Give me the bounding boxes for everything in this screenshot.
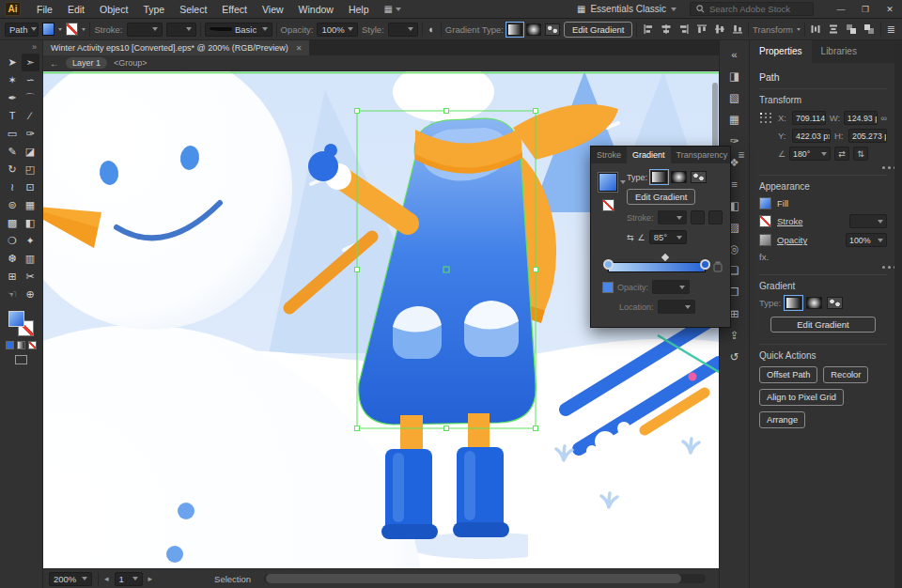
tab-libraries[interactable]: Libraries <box>812 40 866 63</box>
color-panel-icon[interactable]: ◨ <box>723 66 746 87</box>
workspace-switcher[interactable]: ▦Essentials Classic <box>577 4 676 14</box>
transform-label[interactable]: Transform <box>753 24 793 35</box>
column-graph-tool[interactable]: ▥ <box>22 250 39 268</box>
gradient-stop-left[interactable] <box>603 259 614 270</box>
restore-button[interactable]: ❐ <box>853 0 878 19</box>
tab-transparency[interactable]: Transparency <box>671 147 734 163</box>
shape-builder-tool[interactable]: ⊚ <box>4 196 22 214</box>
eyedropper-tool[interactable]: ❍ <box>4 232 22 250</box>
stock-search-input[interactable] <box>709 4 807 14</box>
align-left-icon[interactable] <box>641 22 655 37</box>
selection-handle[interactable] <box>534 268 538 272</box>
selection-handle[interactable] <box>534 426 538 431</box>
perspective-grid-tool[interactable]: ▦ <box>22 196 39 214</box>
distribute-horizontal-icon[interactable] <box>809 22 823 37</box>
menu-item-file[interactable]: File <box>29 0 60 19</box>
align-right-icon[interactable] <box>676 22 691 37</box>
control-bar-menu-icon[interactable]: ≣ <box>885 23 897 36</box>
menu-item-edit[interactable]: Edit <box>60 0 92 19</box>
history-panel-icon[interactable]: ↺ <box>723 347 746 368</box>
close-button[interactable]: ✕ <box>878 0 902 19</box>
width-tool[interactable]: ≀ <box>4 178 22 196</box>
next-artboard-icon[interactable]: ▸ <box>148 574 153 583</box>
menu-item-select[interactable]: Select <box>172 0 214 19</box>
horizontal-scrollbar-thumb[interactable] <box>266 574 681 583</box>
rotate-tool[interactable]: ↻ <box>4 161 22 178</box>
tab-close-icon[interactable]: ✕ <box>296 44 303 53</box>
appearance-more-icon[interactable] <box>882 266 885 269</box>
opacity-link[interactable]: Opacity <box>777 235 807 245</box>
stroke-link[interactable]: Stroke <box>777 216 802 226</box>
lasso-tool[interactable]: ∽ <box>22 71 39 89</box>
arrange-bring-forward-icon[interactable] <box>845 22 859 37</box>
radial-gradient-button[interactable] <box>806 297 822 309</box>
selection-handle[interactable] <box>355 268 360 272</box>
edit-gradient-button-panel[interactable]: Edit Gradient <box>770 317 876 333</box>
gradient-slider[interactable] <box>602 254 723 278</box>
tab-properties[interactable]: Properties <box>750 40 812 63</box>
recolor-button[interactable]: Recolor <box>823 366 868 383</box>
freeform-gradient-button[interactable] <box>827 297 843 309</box>
menu-item-type[interactable]: Type <box>135 0 172 19</box>
fill-swatch[interactable] <box>42 23 54 36</box>
pencil-tool[interactable]: ✎ <box>4 143 22 161</box>
stroke-weight-field[interactable] <box>849 214 887 228</box>
arrange-button[interactable]: Arrange <box>759 411 805 428</box>
gradient-swatch-caret-icon[interactable] <box>620 180 626 184</box>
reverse-gradient-icon[interactable]: ⇆ <box>627 233 634 242</box>
rectangle-tool[interactable]: ▭ <box>4 125 22 143</box>
opacity-dropdown[interactable]: 100% <box>317 23 358 37</box>
menu-item-help[interactable]: Help <box>341 0 377 19</box>
fill-caret-icon[interactable] <box>58 28 62 31</box>
fx-button[interactable]: fx. <box>759 252 887 262</box>
radial-gradient-icon[interactable] <box>526 23 541 36</box>
menu-item-window[interactable]: Window <box>291 0 341 19</box>
selection-handle[interactable] <box>355 109 360 114</box>
freeform-gradient-icon[interactable] <box>545 23 560 36</box>
opacity-field[interactable]: 100% <box>846 233 887 247</box>
gradient-stop-right[interactable] <box>700 259 710 270</box>
artboard-tool[interactable]: ⊞ <box>4 268 22 286</box>
selection-handle[interactable] <box>355 426 360 431</box>
expand-panels-icon[interactable]: « <box>723 44 746 66</box>
align-top-icon[interactable] <box>694 22 708 37</box>
menu-item-object[interactable]: Object <box>92 0 135 19</box>
rotation-field[interactable]: 180° <box>789 147 831 161</box>
linear-gradient-icon[interactable] <box>507 23 522 36</box>
align-middle-vertical-icon[interactable] <box>712 22 726 37</box>
offset-path-button[interactable]: Offset Path <box>759 366 817 383</box>
flip-horizontal-button[interactable]: ⇄ <box>834 147 849 161</box>
artboard-field[interactable]: 1 <box>115 572 143 586</box>
mesh-tool[interactable]: ▩ <box>4 214 22 232</box>
selection-type-dropdown[interactable]: Path <box>5 23 39 37</box>
distribute-vertical-icon[interactable] <box>827 22 841 37</box>
asset-export-panel-icon[interactable]: ⇪ <box>723 325 746 347</box>
linear-gradient-button[interactable] <box>785 297 801 309</box>
type-tool[interactable]: T <box>4 107 22 125</box>
align-center-horizontal-icon[interactable] <box>659 22 673 37</box>
y-field[interactable]: 422.03 px <box>792 129 831 143</box>
zoom-tool[interactable]: ⊕ <box>22 286 39 303</box>
gradient-stroke-swatch[interactable] <box>602 199 614 211</box>
appearance-stroke-swatch[interactable] <box>759 215 771 227</box>
w-field[interactable]: 124.93 px <box>844 111 878 125</box>
minimize-button[interactable]: — <box>829 0 853 19</box>
screen-mode-button[interactable] <box>15 355 27 364</box>
gradient-mode-button[interactable] <box>17 341 25 349</box>
swatches-panel-icon[interactable]: ▦ <box>723 109 746 131</box>
recolor-artwork-icon[interactable]: ◐ <box>427 23 437 35</box>
magic-wand-tool[interactable]: ✶ <box>4 71 22 89</box>
slice-tool[interactable]: ✂ <box>22 268 39 286</box>
stroke-swatch[interactable] <box>66 23 78 36</box>
line-segment-tool[interactable]: ∕ <box>22 107 39 125</box>
breadcrumb-group[interactable]: <Group> <box>114 58 148 68</box>
workspace-grid-icon[interactable]: ▦ <box>384 4 393 14</box>
pen-tool[interactable]: ✒ <box>4 89 22 107</box>
none-mode-button[interactable] <box>28 341 37 349</box>
symbol-sprayer-tool[interactable]: ❆ <box>4 250 22 268</box>
hand-tool[interactable]: ☜ <box>4 286 22 303</box>
scale-tool[interactable]: ◰ <box>22 161 39 178</box>
horizontal-scrollbar[interactable] <box>264 574 706 583</box>
menu-item-view[interactable]: View <box>255 0 291 19</box>
flip-vertical-button[interactable]: ⇅ <box>853 147 868 161</box>
